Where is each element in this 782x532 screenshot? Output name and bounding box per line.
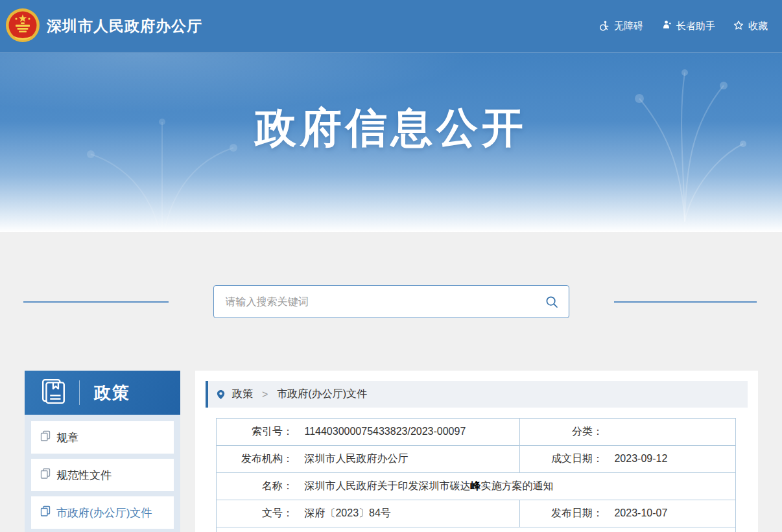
search-highlight: 峰: [470, 480, 480, 491]
topbar: 深圳市人民政府办公厅 无障碍: [0, 0, 782, 53]
book-icon: [40, 378, 67, 408]
category-label: 分类：: [520, 425, 603, 439]
elder-assist-link[interactable]: 长者助手: [661, 20, 715, 32]
sidebar-item-regulations[interactable]: 规章: [31, 421, 174, 454]
sidebar-item-label: 市政府(办公厅)文件: [56, 505, 152, 520]
search-input[interactable]: [226, 296, 545, 308]
location-pin-icon: [216, 389, 226, 400]
document-icon: [40, 430, 51, 445]
main-content: 政策 规章: [0, 371, 782, 532]
written-date-value: 2023-09-12: [614, 453, 667, 464]
page-title: 政府信息公开: [0, 53, 782, 156]
publisher-value: 深圳市人民政府办公厅: [304, 453, 408, 464]
banner: 政府信息公开: [0, 53, 782, 232]
accessibility-link[interactable]: 无障碍: [598, 20, 643, 33]
breadcrumb-current: 市政府(办公厅)文件: [277, 387, 367, 401]
star-icon: [733, 20, 744, 32]
publish-date-value: 2023-10-07: [614, 507, 667, 518]
favorite-link[interactable]: 收藏: [733, 20, 768, 32]
publisher-label: 发布机构：: [217, 452, 293, 466]
sidebar-header-divider: [79, 380, 80, 405]
sidebar-item-municipal-government-documents[interactable]: 市政府(办公厅)文件: [31, 496, 174, 529]
index-number-label: 索引号：: [217, 425, 293, 439]
written-date-cell: 成文日期： 2023-09-12: [520, 446, 736, 473]
table-row-name: 名称： 深圳市人民政府关于印发深圳市碳达峰实施方案的通知: [217, 473, 736, 500]
favorite-label: 收藏: [748, 20, 768, 32]
site-title: 深圳市人民政府办公厅: [47, 16, 202, 36]
sidebar-item-normative-documents[interactable]: 规范性文件: [31, 459, 174, 491]
publish-date-label: 发布日期：: [520, 507, 603, 520]
elder-assist-icon: [661, 20, 672, 32]
document-number-label: 文号：: [217, 507, 293, 520]
sidebar-header: 政策: [25, 371, 180, 415]
sidebar: 政策 规章: [25, 371, 180, 532]
index-number-cell: 索引号： 114403000075433823/2023-00097: [217, 419, 520, 446]
document-number-cell: 文号： 深府〔2023〕84号: [217, 500, 520, 527]
search-box: [213, 285, 569, 318]
decorative-line-left: [23, 301, 169, 303]
breadcrumb-separator: >: [262, 389, 268, 400]
national-emblem-icon: [5, 8, 40, 45]
sidebar-item-label: 规章: [56, 430, 78, 445]
index-number-value: 114403000075433823/2023-00097: [304, 426, 466, 437]
written-date-label: 成文日期：: [520, 452, 603, 466]
sidebar-header-label: 政策: [94, 382, 130, 404]
page: 深圳市人民政府办公厅 无障碍: [0, 0, 782, 532]
elder-assist-label: 长者助手: [676, 20, 715, 32]
publisher-cell: 发布机构： 深圳市人民政府办公厅: [217, 446, 520, 473]
site-home-link[interactable]: 深圳市人民政府办公厅: [5, 8, 202, 45]
partial-cell: [217, 527, 736, 532]
table-row-partial: [217, 527, 736, 532]
table-row-index-category: 索引号： 114403000075433823/2023-00097 分类：: [217, 419, 736, 446]
document-icon: [40, 505, 51, 520]
decorative-line-right: [614, 301, 757, 303]
search-section: [0, 232, 782, 371]
breadcrumb-root-link[interactable]: 政策: [232, 387, 253, 401]
content-card: 政策 > 市政府(办公厅)文件 索引号： 114403000075433823/…: [195, 371, 758, 532]
document-name-value: 深圳市人民政府关于印发深圳市碳达峰实施方案的通知: [304, 480, 553, 491]
document-info-table: 索引号： 114403000075433823/2023-00097 分类： 发…: [216, 418, 736, 532]
breadcrumb: 政策 > 市政府(办公厅)文件: [206, 381, 748, 408]
search-icon[interactable]: [545, 295, 558, 308]
table-row-publisher-date: 发布机构： 深圳市人民政府办公厅 成文日期： 2023-09-12: [217, 446, 736, 473]
accessibility-icon: [598, 20, 610, 33]
sidebar-panel: 规章 规范性文件: [25, 415, 180, 532]
document-name-cell: 名称： 深圳市人民政府关于印发深圳市碳达峰实施方案的通知: [217, 473, 736, 500]
document-name-label: 名称：: [217, 480, 293, 493]
document-number-value: 深府〔2023〕84号: [304, 507, 390, 518]
accessibility-label: 无障碍: [614, 20, 643, 32]
category-cell: 分类：: [520, 419, 736, 446]
topbar-links: 无障碍 长者助手 收藏: [598, 20, 768, 33]
publish-date-cell: 发布日期： 2023-10-07: [520, 500, 736, 527]
sidebar-item-label: 规范性文件: [56, 468, 112, 483]
table-row-docno-publishdate: 文号： 深府〔2023〕84号 发布日期： 2023-10-07: [217, 500, 736, 527]
document-icon: [40, 468, 51, 482]
